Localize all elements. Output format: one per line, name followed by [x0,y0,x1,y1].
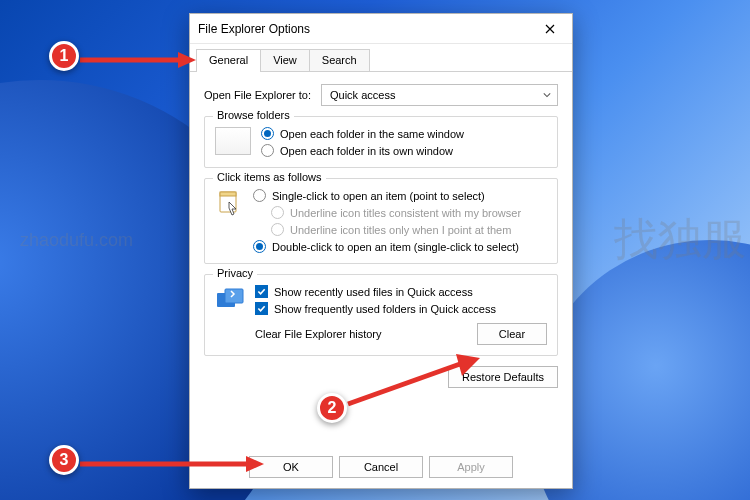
radio-icon [253,189,266,202]
radio-single-click[interactable]: Single-click to open an item (point to s… [253,189,521,202]
check-frequent-folders[interactable]: Show frequently used folders in Quick ac… [255,302,496,315]
clear-history-row: Clear File Explorer history Clear [215,323,547,345]
click-items-group: Click items as follows Single-click to o… [204,178,558,264]
apply-button[interactable]: Apply [429,456,513,478]
annotation-badge-3: 3 [49,445,79,475]
close-button[interactable] [536,18,564,40]
radio-label: Underline icon titles consistent with my… [290,207,521,219]
radio-icon [271,206,284,219]
titlebar[interactable]: File Explorer Options [190,14,572,44]
open-explorer-value: Quick access [330,89,395,101]
radio-label: Underline icon titles only when I point … [290,224,511,236]
ok-button[interactable]: OK [249,456,333,478]
restore-defaults-button[interactable]: Restore Defaults [448,366,558,388]
radio-label: Open each folder in its own window [280,145,453,157]
checkbox-icon [255,302,268,315]
radio-label: Single-click to open an item (point to s… [272,190,485,202]
privacy-icon [215,285,245,313]
check-label: Show frequently used folders in Quick ac… [274,303,496,315]
radio-double-click[interactable]: Double-click to open an item (single-cli… [253,240,521,253]
browse-folders-legend: Browse folders [213,109,294,121]
open-explorer-label: Open File Explorer to: [204,89,311,101]
radio-label: Double-click to open an item (single-cli… [272,241,519,253]
check-label: Show recently used files in Quick access [274,286,473,298]
radio-underline-browser: Underline icon titles consistent with my… [271,206,521,219]
radio-label: Open each folder in the same window [280,128,464,140]
dialog-footer: OK Cancel Apply [190,456,572,478]
radio-underline-point: Underline icon titles only when I point … [271,223,521,236]
radio-same-window[interactable]: Open each folder in the same window [261,127,464,140]
privacy-group: Privacy Show recently used files in Quic… [204,274,558,356]
cancel-button[interactable]: Cancel [339,456,423,478]
chevron-down-icon [543,91,551,99]
clear-history-label: Clear File Explorer history [255,328,382,340]
check-recent-files[interactable]: Show recently used files in Quick access [255,285,496,298]
annotation-badge-2: 2 [317,393,347,423]
tab-strip: General View Search [190,44,572,72]
dialog-body: Open File Explorer to: Quick access Brow… [190,72,572,398]
close-icon [545,24,555,34]
folder-preview-icon [215,127,251,155]
radio-icon [261,127,274,140]
click-preview-icon [215,189,243,223]
clear-button[interactable]: Clear [477,323,547,345]
radio-icon [261,144,274,157]
svg-rect-1 [220,192,236,196]
tab-general[interactable]: General [196,49,261,71]
dialog-title: File Explorer Options [198,22,536,36]
open-explorer-combobox[interactable]: Quick access [321,84,558,106]
radio-own-window[interactable]: Open each folder in its own window [261,144,464,157]
annotation-badge-1: 1 [49,41,79,71]
click-items-legend: Click items as follows [213,171,326,183]
restore-defaults-row: Restore Defaults [204,366,558,388]
tab-view[interactable]: View [260,49,310,71]
browse-folders-group: Browse folders Open each folder in the s… [204,116,558,168]
radio-icon [253,240,266,253]
tab-search[interactable]: Search [309,49,370,71]
radio-icon [271,223,284,236]
checkbox-icon [255,285,268,298]
svg-rect-3 [225,289,243,303]
privacy-legend: Privacy [213,267,257,279]
open-explorer-row: Open File Explorer to: Quick access [204,84,558,106]
file-explorer-options-dialog: File Explorer Options General View Searc… [189,13,573,489]
